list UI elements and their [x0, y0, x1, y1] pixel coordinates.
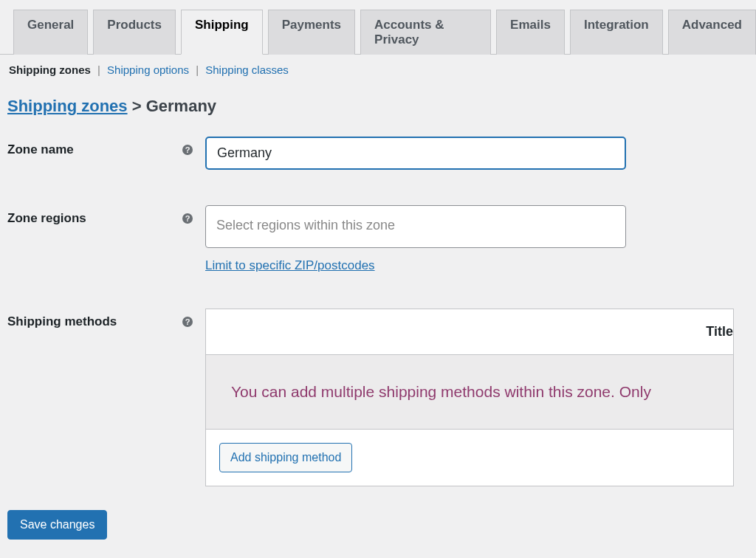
tab-shipping[interactable]: Shipping: [181, 10, 263, 55]
zone-regions-label-text: Zone regions: [7, 211, 86, 226]
shipping-methods-label: Shipping methods ?: [7, 309, 205, 329]
zone-regions-label: Zone regions ?: [7, 205, 205, 226]
tab-integration[interactable]: Integration: [570, 10, 663, 55]
zone-name-label-text: Zone name: [7, 142, 74, 157]
subnav-separator: |: [97, 63, 100, 76]
tab-general[interactable]: General: [13, 10, 88, 55]
help-icon[interactable]: ?: [180, 142, 195, 157]
breadcrumb-current: Germany: [146, 97, 216, 115]
breadcrumb-separator: >: [132, 97, 142, 115]
svg-text:?: ?: [185, 145, 190, 154]
help-icon[interactable]: ?: [180, 211, 195, 226]
shipping-methods-header: Title: [206, 309, 733, 355]
tab-accounts-privacy[interactable]: Accounts & Privacy: [360, 10, 491, 55]
subnav-shipping-classes[interactable]: Shipping classes: [205, 63, 289, 76]
shipping-methods-label-text: Shipping methods: [7, 314, 117, 329]
tab-payments[interactable]: Payments: [268, 10, 355, 55]
shipping-subnav: Shipping zones | Shipping options | Ship…: [0, 55, 756, 76]
limit-zip-link[interactable]: Limit to specific ZIP/postcodes: [205, 258, 375, 273]
breadcrumb-shipping-zones-link[interactable]: Shipping zones: [7, 97, 128, 115]
zone-regions-select[interactable]: Select regions within this zone: [205, 205, 626, 248]
help-icon[interactable]: ?: [180, 314, 195, 329]
subnav-shipping-options[interactable]: Shipping options: [107, 63, 189, 76]
tab-products[interactable]: Products: [93, 10, 176, 55]
main-tabs: General Products Shipping Payments Accou…: [0, 0, 756, 55]
shipping-methods-empty-message: You can add multiple shipping methods wi…: [206, 355, 733, 430]
svg-text:?: ?: [185, 214, 190, 223]
subnav-separator: |: [196, 63, 199, 76]
add-shipping-method-button[interactable]: Add shipping method: [219, 443, 352, 472]
tab-emails[interactable]: Emails: [496, 10, 565, 55]
zone-name-label: Zone name ?: [7, 137, 205, 157]
zone-name-input[interactable]: [205, 137, 626, 170]
subnav-shipping-zones[interactable]: Shipping zones: [9, 63, 91, 76]
shipping-methods-panel: Title You can add multiple shipping meth…: [205, 309, 734, 486]
save-changes-button[interactable]: Save changes: [7, 510, 107, 540]
svg-text:?: ?: [185, 317, 190, 326]
methods-title-column: Title: [706, 324, 733, 340]
breadcrumb: Shipping zones > Germany: [0, 76, 756, 116]
tab-advanced[interactable]: Advanced: [668, 10, 756, 55]
